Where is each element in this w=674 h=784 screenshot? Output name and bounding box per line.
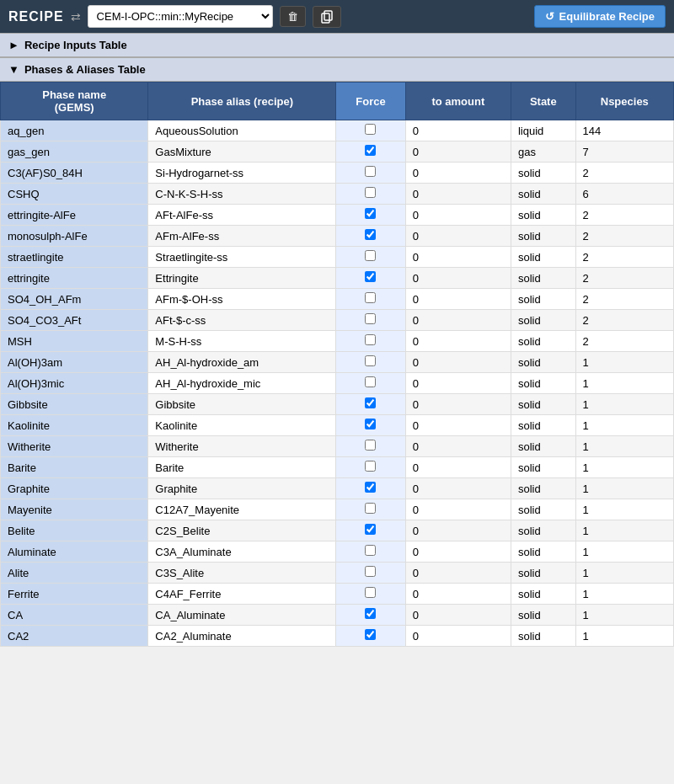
to-amount-input[interactable] [413, 504, 463, 516]
cell-to-amount[interactable] [405, 563, 511, 584]
force-checkbox[interactable] [365, 145, 376, 156]
cell-force[interactable] [336, 373, 405, 394]
cell-force[interactable] [336, 226, 405, 247]
force-checkbox[interactable] [365, 545, 376, 556]
force-checkbox[interactable] [365, 292, 376, 303]
cell-to-amount[interactable] [405, 415, 511, 436]
cell-force[interactable] [336, 289, 405, 310]
recipe-select[interactable]: CEM-I-OPC::min::MyRecipe [88, 5, 273, 28]
cell-to-amount[interactable] [405, 331, 511, 352]
cell-to-amount[interactable] [405, 268, 511, 289]
force-checkbox[interactable] [365, 566, 376, 577]
cell-force[interactable] [336, 520, 405, 541]
cell-to-amount[interactable] [405, 520, 511, 541]
force-checkbox[interactable] [365, 608, 376, 619]
to-amount-input[interactable] [413, 272, 463, 285]
cell-to-amount[interactable] [405, 499, 511, 520]
force-checkbox[interactable] [365, 208, 376, 219]
cell-to-amount[interactable] [405, 352, 511, 373]
force-checkbox[interactable] [365, 587, 376, 598]
to-amount-input[interactable] [413, 609, 463, 621]
force-checkbox[interactable] [365, 524, 376, 535]
cell-to-amount[interactable] [405, 584, 511, 605]
cell-to-amount[interactable] [405, 373, 511, 394]
cell-force[interactable] [336, 499, 405, 520]
to-amount-input[interactable] [413, 630, 463, 643]
to-amount-input[interactable] [413, 356, 463, 369]
to-amount-input[interactable] [413, 461, 463, 474]
cell-to-amount[interactable] [405, 626, 511, 647]
cell-to-amount[interactable] [405, 289, 511, 310]
force-checkbox[interactable] [365, 187, 376, 198]
cell-force[interactable] [336, 247, 405, 268]
cell-force[interactable] [336, 436, 405, 457]
cell-to-amount[interactable] [405, 184, 511, 205]
force-checkbox[interactable] [365, 313, 376, 324]
force-checkbox[interactable] [365, 461, 376, 472]
equilibrate-button[interactable]: ↺ Equilibrate Recipe [534, 5, 666, 28]
force-checkbox[interactable] [365, 419, 376, 429]
cell-to-amount[interactable] [405, 478, 511, 499]
force-checkbox[interactable] [365, 334, 376, 345]
force-checkbox[interactable] [365, 629, 376, 640]
cell-force[interactable] [336, 310, 405, 331]
cell-to-amount[interactable] [405, 310, 511, 331]
cell-to-amount[interactable] [405, 394, 511, 415]
cell-force[interactable] [336, 352, 405, 373]
force-checkbox[interactable] [365, 397, 376, 408]
cell-force[interactable] [336, 457, 405, 478]
to-amount-input[interactable] [413, 251, 463, 264]
force-checkbox[interactable] [365, 376, 376, 387]
cell-to-amount[interactable] [405, 120, 511, 141]
to-amount-input[interactable] [413, 525, 463, 537]
force-checkbox[interactable] [365, 124, 376, 135]
cell-to-amount[interactable] [405, 141, 511, 163]
force-checkbox[interactable] [365, 250, 376, 261]
to-amount-input[interactable] [413, 335, 463, 348]
cell-force[interactable] [336, 268, 405, 289]
cell-force[interactable] [336, 205, 405, 226]
to-amount-input[interactable] [413, 167, 463, 179]
to-amount-input[interactable] [413, 293, 463, 306]
cell-to-amount[interactable] [405, 247, 511, 268]
cell-force[interactable] [336, 120, 405, 141]
to-amount-input[interactable] [413, 230, 463, 243]
phases-aliases-toggle[interactable]: ▼ Phases & Aliases Table [0, 57, 674, 82]
cell-force[interactable] [336, 478, 405, 499]
to-amount-input[interactable] [413, 440, 463, 453]
cell-force[interactable] [336, 626, 405, 647]
force-checkbox[interactable] [365, 229, 376, 240]
cell-to-amount[interactable] [405, 436, 511, 457]
cell-to-amount[interactable] [405, 605, 511, 626]
to-amount-input[interactable] [413, 209, 463, 221]
to-amount-input[interactable] [413, 146, 463, 158]
cell-force[interactable] [336, 394, 405, 415]
cell-to-amount[interactable] [405, 457, 511, 478]
force-checkbox[interactable] [365, 355, 376, 366]
to-amount-input[interactable] [413, 398, 463, 411]
cell-force[interactable] [336, 584, 405, 605]
to-amount-input[interactable] [413, 188, 463, 200]
cell-force[interactable] [336, 141, 405, 163]
to-amount-input[interactable] [413, 567, 463, 579]
cell-to-amount[interactable] [405, 205, 511, 226]
cell-force[interactable] [336, 563, 405, 584]
force-checkbox[interactable] [365, 503, 376, 514]
cell-to-amount[interactable] [405, 226, 511, 247]
to-amount-input[interactable] [413, 483, 463, 495]
force-checkbox[interactable] [365, 482, 376, 493]
cell-force[interactable] [336, 163, 405, 184]
recipe-inputs-toggle[interactable]: ► Recipe Inputs Table [0, 33, 674, 57]
cell-to-amount[interactable] [405, 163, 511, 184]
to-amount-input[interactable] [413, 314, 463, 327]
cell-force[interactable] [336, 184, 405, 205]
force-checkbox[interactable] [365, 440, 376, 451]
to-amount-input[interactable] [413, 125, 463, 137]
cell-force[interactable] [336, 415, 405, 436]
cell-force[interactable] [336, 541, 405, 563]
delete-button[interactable]: 🗑 [280, 6, 306, 27]
cell-force[interactable] [336, 605, 405, 626]
force-checkbox[interactable] [365, 271, 376, 282]
force-checkbox[interactable] [365, 166, 376, 177]
to-amount-input[interactable] [413, 546, 463, 558]
